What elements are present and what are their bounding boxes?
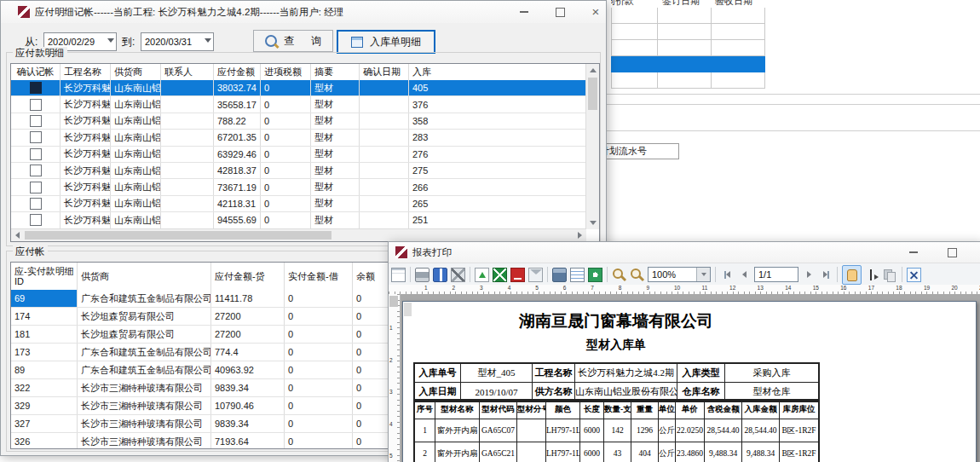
contact-cell	[161, 130, 214, 145]
column-header-9[interactable]: 入库	[409, 64, 586, 80]
background-table-row[interactable]	[611, 24, 765, 40]
table-row[interactable]: 长沙万科魅力...山东南山铝业...67201.350型材283	[11, 130, 586, 146]
page-indicator-box[interactable]: 1/1	[754, 267, 798, 282]
to-date-combo[interactable]: 2020/03/31	[141, 32, 214, 51]
table-row[interactable]: 长沙万科魅力...山东南山铝业...42818.370型材275	[11, 163, 586, 179]
ruler-scroll-thumb[interactable]	[389, 296, 398, 307]
export-icon[interactable]	[475, 268, 489, 282]
table-row[interactable]: 长沙万科魅力...山东南山铝业...63929.460型材276	[11, 147, 586, 163]
account-id-cell: 326	[11, 433, 78, 448]
tools-icon[interactable]	[451, 268, 465, 282]
query-button[interactable]: 查 询	[253, 30, 333, 52]
ruler-number: 1	[389, 325, 393, 331]
column-header-1[interactable]: 确认记帐	[11, 64, 61, 80]
confirm-checkbox[interactable]	[30, 165, 42, 176]
zoom-level-combo[interactable]: 100%	[648, 267, 711, 282]
export-doc-icon[interactable]	[570, 268, 585, 282]
info-label: 仓库名称	[677, 383, 725, 401]
copy-page-icon[interactable]	[883, 268, 897, 282]
background-table-row[interactable]	[611, 72, 765, 89]
inbound-detail-button[interactable]: 入库单明细	[337, 30, 435, 54]
chevron-down-icon[interactable]	[696, 268, 710, 281]
from-date-value: 2020/02/29	[48, 37, 95, 47]
confirm-checkbox[interactable]	[30, 198, 42, 210]
report-window-titlebar[interactable]: 报表打印	[389, 242, 980, 263]
vertical-scroll-thumb[interactable]	[588, 78, 597, 110]
maximize-button[interactable]	[546, 1, 574, 23]
confirm-checkbox[interactable]	[30, 148, 42, 160]
scroll-down-button[interactable]	[586, 217, 599, 229]
scroll-up-button[interactable]	[586, 64, 599, 77]
background-table-row[interactable]	[611, 40, 765, 56]
confirm-checkbox[interactable]	[30, 214, 42, 226]
table-row[interactable]: 长沙万科魅力...山东南山铝业...35658.170型材376	[11, 96, 586, 113]
vertical-scrollbar[interactable]	[585, 64, 599, 229]
confirm-checkbox[interactable]	[30, 182, 42, 193]
info-value: 型材仓库	[725, 383, 819, 401]
column-header-4[interactable]: 联系人	[161, 64, 214, 80]
toolbar-separator	[715, 267, 716, 282]
zoom-in-icon[interactable]	[612, 268, 626, 282]
confirm-checkbox[interactable]	[30, 115, 42, 127]
plan-serial-field[interactable]: 计划流水号	[597, 143, 679, 159]
confirm-checkbox[interactable]	[30, 131, 42, 143]
table-row[interactable]: 长沙万科魅力...山东南山铝业...94555.690型材251	[11, 212, 586, 228]
account-column-header-3[interactable]: 应付金额-贷	[211, 263, 285, 290]
horizontal-scroll-thumb[interactable]	[25, 231, 331, 240]
print-icon[interactable]	[415, 268, 429, 282]
export-excel-icon[interactable]	[493, 268, 507, 282]
detail-cell: 2	[415, 442, 435, 462]
ruler-number: 8	[619, 285, 622, 291]
last-page-button[interactable]	[819, 268, 833, 281]
export-html-icon[interactable]	[588, 268, 602, 282]
column-header-2[interactable]: 工程名称	[61, 64, 111, 80]
detail-cell: 22.0250	[676, 419, 705, 442]
export-pdf-icon[interactable]	[510, 268, 525, 282]
account-column-header-2[interactable]: 供货商	[78, 263, 211, 290]
background-table-row[interactable]	[611, 8, 765, 24]
report-minimize-button[interactable]	[900, 242, 927, 263]
background-table-row[interactable]	[611, 56, 765, 72]
text-select-icon[interactable]	[865, 268, 879, 282]
account-column-header-4[interactable]: 实付金额-借	[285, 263, 353, 290]
prev-page-button[interactable]	[737, 268, 751, 281]
account-debit-cell: 0	[285, 290, 353, 307]
zoom-out-icon[interactable]	[630, 268, 644, 282]
hand-tool-button[interactable]	[842, 265, 862, 285]
minimize-button[interactable]	[510, 1, 538, 23]
payable-account-group-title: 应付帐	[13, 245, 48, 258]
table-row[interactable]: 长沙万科魅力...山东南山铝业...73671.190型材266	[11, 179, 586, 195]
export-mail-icon[interactable]	[528, 268, 543, 282]
detail-cell: 6000	[580, 442, 604, 462]
table-row[interactable]: 长沙万科魅力...山东南山铝业...788.220型材358	[11, 113, 586, 130]
account-column-header-1[interactable]: 应-实付款明细ID	[11, 263, 78, 290]
table-row[interactable]: 长沙万科魅力...山东南山铝业...42118.310型材265	[11, 196, 586, 212]
column-header-3[interactable]: 供货商	[111, 64, 161, 80]
scroll-right-button[interactable]	[574, 228, 586, 241]
next-page-button[interactable]	[802, 268, 816, 281]
close-button[interactable]: ×	[582, 1, 607, 23]
detail-cell: 28,544.40	[742, 419, 780, 442]
book-icon[interactable]	[433, 268, 447, 282]
column-header-5[interactable]: 应付金额	[214, 64, 261, 80]
report-maximize-button[interactable]	[938, 242, 966, 263]
export-archive-icon[interactable]	[552, 268, 567, 282]
project-cell: 长沙万科魅力...	[61, 196, 111, 211]
column-header-7[interactable]: 摘要	[311, 64, 360, 80]
ruler-number: 10	[674, 285, 680, 291]
chevron-down-icon	[107, 38, 114, 43]
confirm-checkbox[interactable]	[30, 82, 42, 94]
column-header-6[interactable]: 进项税额	[261, 64, 311, 80]
confirm-checkbox[interactable]	[30, 99, 42, 111]
scroll-left-button[interactable]	[11, 228, 24, 241]
close-preview-icon[interactable]	[907, 268, 921, 282]
horizontal-scrollbar[interactable]	[11, 228, 586, 241]
ruler-number: 4	[389, 421, 393, 427]
print-preview-area[interactable]: 12345 湖南亘晟门窗幕墙有限公司 型材入库单 入库单号型材_405工程名称长…	[389, 294, 980, 462]
page-setup-icon[interactable]	[391, 268, 406, 282]
column-header-8[interactable]: 确认日期	[360, 64, 409, 80]
table-row[interactable]: 长沙万科魅力...山东南山铝业...38032.740型材405	[11, 80, 586, 96]
first-page-button[interactable]	[720, 268, 734, 281]
summary-cell: 型材	[311, 96, 360, 112]
report-close-button[interactable]: ×	[973, 242, 980, 263]
